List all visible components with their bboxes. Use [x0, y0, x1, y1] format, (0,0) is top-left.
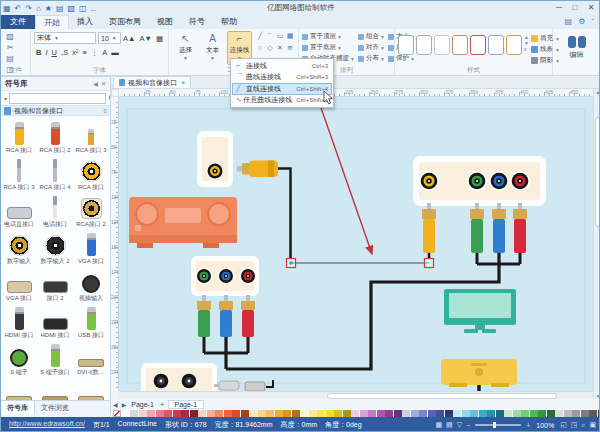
- panel-tab-文件浏览[interactable]: 文件浏览: [35, 401, 75, 415]
- style-swatch-3[interactable]: [452, 35, 468, 55]
- svideo-dvi-connectors[interactable]: [214, 380, 273, 391]
- media-device[interactable]: [441, 359, 517, 391]
- color-swatch-21[interactable]: [300, 410, 308, 417]
- symbol-DVI-I(数…[interactable]: DVI-I(数…: [73, 340, 109, 377]
- color-swatch-20[interactable]: [292, 410, 300, 417]
- color-swatch-45[interactable]: [504, 410, 512, 417]
- panel-tab-符号库[interactable]: 符号库: [1, 401, 35, 415]
- symbol-RCA 接口[interactable]: RCA 接口: [73, 155, 109, 192]
- tool-button-文本[interactable]: A文本▼: [200, 31, 225, 65]
- library-dropdown-icon[interactable]: ▾: [4, 95, 7, 102]
- color-swatch-10[interactable]: [207, 410, 215, 417]
- menu-tab-帮助[interactable]: 帮助: [213, 15, 245, 29]
- draw-tool-icon-2[interactable]: ▭: [275, 31, 285, 43]
- dropdown-item-任意曲线连接线[interactable]: ∿任意曲线连接线Ctrl+Shift+5: [232, 95, 332, 107]
- font-format-button-0[interactable]: B: [34, 48, 43, 57]
- style-swatch-2[interactable]: [434, 35, 450, 55]
- draw-tool-icon-7[interactable]: ≋: [285, 43, 295, 53]
- font-size-button-1[interactable]: A▼: [137, 34, 153, 43]
- menu-right-icon-1[interactable]: ⚙: [578, 15, 585, 29]
- font-format-button-7[interactable]: A: [100, 48, 109, 57]
- component-plugs[interactable]: [226, 203, 527, 369]
- menu-tab-开始[interactable]: 开始: [35, 15, 69, 29]
- dropdown-item-连接线[interactable]: ⌐连接线Ctrl+3: [232, 60, 332, 72]
- clipboard-icon-2[interactable]: ▤: [4, 53, 16, 64]
- symbol-HDMI 接口[interactable]: HDMI 接口: [37, 303, 73, 340]
- zoom-in-button[interactable]: +: [526, 422, 530, 429]
- color-swatch-41[interactable]: [470, 410, 478, 417]
- font-format-button-8[interactable]: ▬: [109, 48, 121, 57]
- font-size-button-2[interactable]: ▦: [154, 34, 165, 43]
- yellow-rca-plug[interactable]: [237, 161, 291, 259]
- find-binoculars-icon[interactable]: [568, 36, 586, 48]
- arrange-item-组合[interactable]: 组合▼: [358, 31, 385, 42]
- fit-icon-1[interactable]: ◳: [571, 421, 578, 428]
- arrange-item-对齐[interactable]: 对齐▼: [358, 42, 385, 53]
- color-swatch-8[interactable]: [190, 410, 198, 417]
- component-in-panel[interactable]: [191, 256, 259, 369]
- font-size-button-0[interactable]: A▲: [121, 34, 137, 43]
- draw-tool-icon-1[interactable]: ⌒: [265, 31, 275, 43]
- zoom-slider[interactable]: [475, 424, 521, 426]
- arrange-item-分布[interactable]: 分布▼: [358, 53, 385, 64]
- maximize-button[interactable]: □: [567, 1, 583, 14]
- color-swatch-13[interactable]: [232, 410, 240, 417]
- menu-tab-视图[interactable]: 视图: [149, 15, 181, 29]
- clipboard-icon-1[interactable]: ✂: [4, 42, 16, 53]
- symbol-VGA 接口[interactable]: VGA 接口: [1, 266, 37, 303]
- color-swatch-47[interactable]: [521, 410, 529, 417]
- symbol-数字输入 2[interactable]: 数字输入 2: [37, 229, 73, 266]
- gallery-arrow-2[interactable]: ≡: [524, 46, 529, 52]
- no-fill-swatch[interactable]: [113, 410, 121, 417]
- vertical-scrollbar[interactable]: ▲ ▼: [593, 89, 600, 399]
- style-swatch-6[interactable]: [506, 35, 522, 55]
- menu-right-icon-2[interactable]: ˆ: [591, 15, 594, 29]
- color-swatch-37[interactable]: [436, 410, 444, 417]
- color-swatch-52[interactable]: [564, 410, 572, 417]
- page-tab-Page-1[interactable]: Page-1: [168, 400, 205, 409]
- page-nav-icon-0[interactable]: ◀: [113, 402, 118, 408]
- color-swatch-22[interactable]: [309, 410, 317, 417]
- section-menu-icon[interactable]: ≡: [103, 108, 107, 114]
- draw-tool-icon-0[interactable]: ╱: [255, 31, 265, 43]
- color-swatch-11[interactable]: [215, 410, 223, 417]
- color-swatch-31[interactable]: [385, 410, 393, 417]
- fit-icon-0[interactable]: ◱: [560, 421, 567, 428]
- color-swatch-9[interactable]: [198, 410, 206, 417]
- color-swatch-24[interactable]: [326, 410, 334, 417]
- qat-icon-8[interactable]: ‥: [91, 4, 96, 13]
- color-swatch-34[interactable]: [411, 410, 419, 417]
- symbol-RCA 接口 2[interactable]: RCA 接口 2: [37, 118, 73, 155]
- style-swatch-4[interactable]: [470, 35, 486, 55]
- color-swatch-12[interactable]: [224, 410, 232, 417]
- qat-icon-3[interactable]: ⌂: [36, 4, 41, 13]
- draw-tool-icon-3[interactable]: ▦: [285, 31, 295, 43]
- color-swatch-48[interactable]: [530, 410, 538, 417]
- color-swatch-7[interactable]: [181, 410, 189, 417]
- symbol-VGA 接口[interactable]: VGA 接口: [73, 229, 109, 266]
- color-swatch-2[interactable]: [139, 410, 147, 417]
- menu-right-icon-0[interactable]: ▤: [565, 15, 573, 29]
- color-swatch-27[interactable]: [351, 410, 359, 417]
- color-swatch-36[interactable]: [428, 410, 436, 417]
- color-swatch-4[interactable]: [156, 410, 164, 417]
- color-swatch-14[interactable]: [241, 410, 249, 417]
- qat-icon-2[interactable]: ↷: [25, 4, 32, 13]
- style-swatch-0[interactable]: [398, 35, 414, 55]
- color-swatch-55[interactable]: [589, 410, 597, 417]
- fit-icon-2[interactable]: ⌕: [581, 421, 585, 428]
- panel-header-icon-0[interactable]: ◀: [93, 81, 98, 87]
- color-swatch-16[interactable]: [258, 410, 266, 417]
- symbol-RCA 接口 4[interactable]: RCA 接口 4: [37, 155, 73, 192]
- color-swatch-53[interactable]: [572, 410, 580, 417]
- color-swatch-32[interactable]: [394, 410, 402, 417]
- qat-icon-5[interactable]: ▤: [56, 4, 64, 13]
- color-swatch-5[interactable]: [164, 410, 172, 417]
- dropdown-item-曲线连接线[interactable]: ⌒曲线连接线Ctrl+Shift+3: [232, 72, 332, 84]
- symbol-电话接口[interactable]: 电话接口: [37, 192, 73, 229]
- draw-tool-icon-5[interactable]: ◇: [265, 43, 275, 53]
- draw-tool-icon-4[interactable]: ○: [255, 43, 265, 53]
- symbol-HDMI 接口[interactable]: HDMI 接口: [1, 303, 37, 340]
- panel-header-icon-1[interactable]: ✕: [101, 81, 106, 87]
- clipboard-icon-0[interactable]: ▧: [4, 31, 16, 42]
